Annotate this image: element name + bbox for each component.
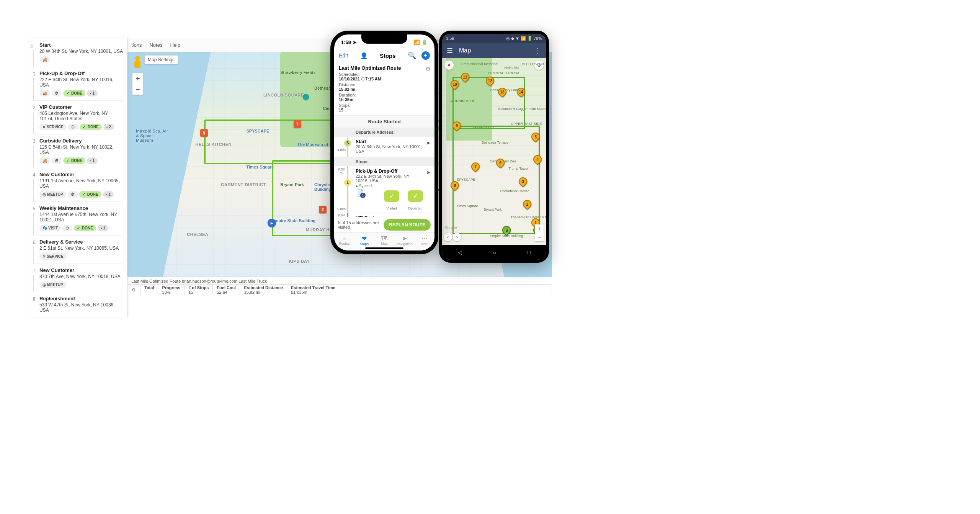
meetup-badge: ◎ MEETUP (39, 282, 66, 288)
stop-title: Pick-Up & Drop-Off (356, 169, 423, 174)
stop-number: 5 (31, 206, 37, 211)
tab-routes[interactable]: ≡Routes (334, 232, 354, 250)
android-map[interactable]: ⊕ Grant National Memorial HARLEM CENTRAL… (442, 58, 546, 245)
done-badge: DONE (80, 124, 102, 130)
time-icon: ⏱ (52, 157, 62, 164)
col-travel-time: Estimated Travel Time01h:35m (287, 285, 552, 295)
map-label: KIPS BAY (289, 259, 310, 264)
add-button[interactable]: + (421, 51, 430, 60)
compass-icon[interactable] (444, 61, 454, 70)
map-nav-arrows[interactable]: ‹› (444, 233, 461, 241)
search-icon[interactable]: 🔍 (408, 51, 416, 60)
visited-count: 5 of 15 addresses are visited (338, 220, 381, 229)
driver-icon[interactable]: 👤 (360, 52, 368, 59)
stop-title: Pick-Up & Drop-Off (39, 70, 123, 76)
time-icon: ⏱ (68, 124, 78, 130)
done-badge: DONE (63, 157, 85, 164)
truck-icon: 🚚 (39, 90, 50, 97)
meetup-badge: ◎ MEETUP (39, 191, 66, 198)
next-icon[interactable]: › (453, 233, 461, 241)
menu-item[interactable]: tions (131, 42, 142, 48)
gear-icon[interactable]: ⚙ (127, 285, 140, 295)
time-icon: ⏱ (68, 191, 78, 198)
replan-route-button[interactable]: REPLAN ROUTE (384, 219, 431, 231)
menu-icon[interactable]: ☰ (447, 46, 453, 55)
route-info-panel: ⚙ Last Mile Optimized Route Scheduled:10… (334, 63, 434, 116)
stop-5[interactable]: 5Weekly Maintenance1444 1st Avenue #75th… (29, 201, 127, 235)
map-marker[interactable]: 8 (200, 129, 208, 137)
stop-6[interactable]: 6Delivery & Service2 E 61st St, New York… (29, 235, 127, 264)
zoom-control[interactable]: +− (535, 224, 544, 241)
menu-item[interactable]: Notes (149, 42, 162, 48)
stop-title: New Customer (39, 267, 123, 273)
departure-header: Departure Address: (334, 128, 434, 137)
home-button[interactable]: ○ (493, 249, 496, 255)
menu-item[interactable]: Help (170, 42, 180, 48)
stop-4[interactable]: 4New Customer1191 1st Avenue, New York, … (29, 168, 127, 201)
note-count: ▪ 1 (98, 225, 108, 231)
stops-sidebar[interactable]: ⌂Start20 W 34th St, New York, NY 10001, … (29, 38, 127, 317)
stop-address: 533 W 47th St, New York, NY 10036, USA (39, 302, 123, 313)
zoom-in-button[interactable]: + (132, 73, 143, 84)
stop-start[interactable]: S4 min Start 20 W 34th St, New York, NY … (334, 137, 434, 157)
zoom-out-button[interactable]: − (535, 233, 544, 241)
home-indicator (365, 247, 403, 249)
android-nav-bar: ◁○□ (442, 245, 546, 260)
screen-title: Stops (380, 52, 396, 59)
map-marker[interactable]: 7 (294, 120, 301, 128)
edit-button[interactable]: Edit (339, 52, 348, 59)
stop-title: Delivery & Service (39, 239, 123, 245)
departed-button[interactable]: ✓ (408, 190, 423, 202)
stop-address: 222 E 34th St, New York, NY 10016, USA (39, 77, 123, 88)
route-started-banner: Route Started (334, 116, 434, 128)
stop-8[interactable]: 8Replenishment533 W 47th St, New York, N… (29, 292, 127, 317)
navigate-icon[interactable]: ➤ (426, 140, 431, 146)
map-label: Intrepid Sea, Air & Space Museum (136, 129, 170, 142)
stop-address: 125 E 54th St, New York, NY 10022, USA (39, 144, 123, 155)
stop-title: Start (39, 42, 123, 48)
col-progress: Progress33% (158, 285, 185, 295)
google-attribution: Google (444, 226, 457, 230)
app-header: ☰Map⋮ (442, 43, 546, 58)
time-icon: ⏱ (62, 225, 72, 231)
route-summary-footer: Last Mile Optimized Route brian.hudson@r… (127, 277, 552, 297)
zoom-out-button[interactable]: − (132, 84, 143, 95)
note-count: ▪ 1 (103, 191, 114, 198)
map-start-marker[interactable]: ▸ (268, 219, 276, 227)
stop-3[interactable]: 3Curbside Delivery125 E 54th St, New Yor… (29, 134, 127, 168)
zoom-control[interactable]: +− (132, 73, 144, 95)
zoom-in-button[interactable]: + (535, 224, 544, 233)
stop-address: 20 W 34th St, New York, NY 10001, USA (356, 144, 423, 154)
stop-1[interactable]: 0.52 mi1 Pick-Up & Drop-Off 222 E 34th S… (334, 166, 434, 213)
stop-title: VIP Customer (39, 104, 123, 110)
map-label: Grant National Memorial (461, 62, 498, 66)
stop-7[interactable]: 7New Customer870 7th Ave, New York, NY 1… (29, 264, 127, 292)
stop-title: Curbside Delivery (39, 138, 123, 144)
map-label: CENTRAL HARLEM (488, 71, 519, 75)
home-icon: ⌂ (30, 43, 33, 49)
map-poi-marker (303, 94, 309, 100)
overflow-icon[interactable]: ⋮ (534, 46, 541, 55)
visit-badge: 👣 VISIT (39, 225, 61, 231)
stop-start[interactable]: ⌂Start20 W 34th St, New York, NY 10001, … (29, 38, 127, 67)
note-count: ▪ 1 (87, 90, 98, 97)
back-button[interactable]: ◁ (458, 249, 462, 255)
map-settings-button[interactable]: Map Settings (144, 55, 178, 64)
stop-2[interactable]: 2VIP Customer405 Lexington Ave, New York… (29, 100, 127, 134)
total-label: Total (140, 285, 158, 295)
stop-1[interactable]: 1Pick-Up & Drop-Off222 E 34th St, New Yo… (29, 67, 127, 100)
pegman-icon[interactable] (134, 56, 141, 69)
visited-button[interactable]: ✓ (384, 190, 399, 202)
prev-icon[interactable]: ‹ (444, 233, 452, 241)
done-badge: DONE (79, 191, 101, 198)
document-icon[interactable]: 📄1 (356, 189, 364, 197)
status-bar: 1:59◎ ◆ ▼ 📶 🔋 79% (442, 34, 546, 43)
gear-icon[interactable]: ⚙ (425, 65, 431, 72)
map-marker[interactable]: 2 (319, 206, 327, 213)
screen-title: Map (459, 47, 471, 54)
tab-more[interactable]: ⋯More (415, 232, 434, 250)
stop-address: 20 W 34th St, New York, NY 10001, USA (39, 49, 123, 54)
recents-button[interactable]: □ (527, 249, 530, 255)
stop-number: 3 (31, 139, 37, 144)
navigate-icon[interactable]: ➤ (426, 169, 431, 175)
